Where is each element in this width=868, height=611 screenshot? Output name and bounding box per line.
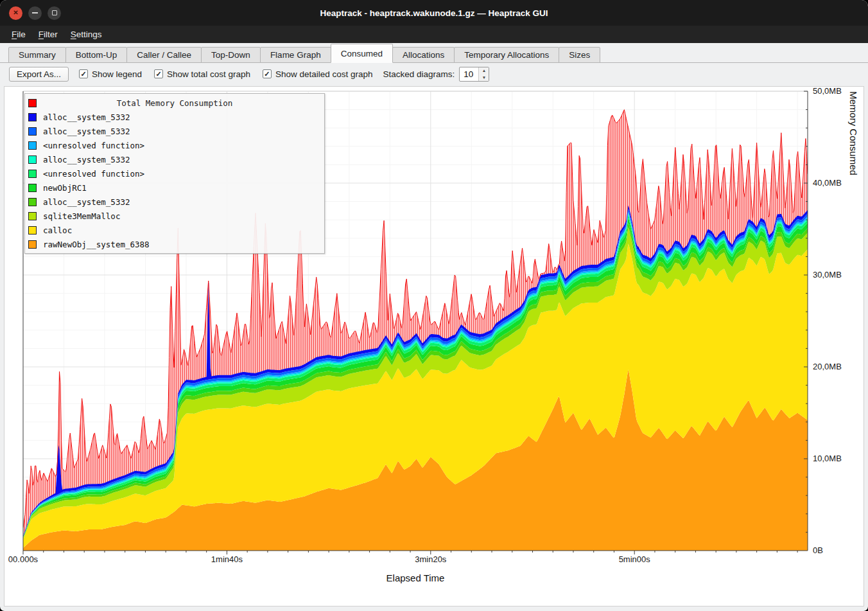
menu-bar: FileFilterSettings [0, 26, 868, 43]
checkbox-label: Show detailed cost graph [275, 69, 373, 79]
checkbox-label: Show legend [92, 69, 142, 79]
legend-entry-label: alloc__system_5332 [43, 197, 130, 207]
legend-entry-label: <unresolved function> [43, 169, 144, 179]
tab-allocations[interactable]: Allocations [392, 47, 455, 63]
close-button[interactable]: ✕ [9, 6, 22, 20]
legend-entry-label: calloc [43, 226, 72, 235]
menu-item-settings[interactable]: Settings [64, 26, 108, 43]
tab-flame-graph[interactable]: Flame Graph [260, 47, 331, 63]
maximize-icon [52, 10, 57, 15]
legend-entry: alloc__system_5332 [28, 152, 321, 166]
tab-consumed[interactable]: Consumed [331, 44, 393, 63]
legend-swatch [28, 127, 37, 136]
legend-swatch [28, 113, 37, 121]
legend-entry: alloc__system_5332 [28, 195, 321, 209]
maximize-button[interactable] [48, 6, 61, 20]
checkbox-show-legend[interactable]: ✓Show legend [79, 69, 142, 79]
y-tick-label: 50,0MB [813, 87, 842, 96]
legend-entry-label: sqlite3MemMalloc [43, 211, 120, 221]
legend-entry-label: alloc__system_5332 [43, 112, 130, 122]
legend-entry: alloc__system_5332 [28, 110, 321, 124]
checkbox-box[interactable]: ✓ [263, 69, 272, 78]
app-window: ✕ Heaptrack - heaptrack.wakunode.1.gz — … [0, 0, 868, 611]
legend-entry-label: alloc__system_5332 [43, 155, 130, 164]
close-icon: ✕ [13, 10, 18, 16]
minimize-button[interactable] [28, 6, 42, 20]
spin-down-button[interactable]: ▼ [479, 74, 489, 81]
legend-entry: <unresolved function> [28, 166, 321, 181]
x-tick-label: 5min00s [619, 554, 651, 564]
checkbox-group: ✓Show legend✓Show total cost graph✓Show … [79, 69, 373, 79]
legend-swatch [28, 141, 37, 150]
legend-entries: alloc__system_5332alloc__system_5332<unr… [28, 110, 321, 251]
export-as-button[interactable]: Export As... [9, 67, 69, 82]
menu-item-file[interactable]: File [5, 26, 32, 43]
checkbox-label: Show total cost graph [167, 69, 250, 79]
check-icon: ✓ [80, 71, 86, 78]
stacked-diagrams-value[interactable]: 10 [460, 67, 478, 81]
tab-temporary-allocations[interactable]: Temporary Allocations [454, 47, 559, 63]
x-axis-title: Elapsed Time [23, 572, 808, 583]
menu-item-filter[interactable]: Filter [32, 26, 64, 43]
window-title: Heaptrack - heaptrack.wakunode.1.gz — He… [320, 8, 548, 18]
legend-swatch [28, 155, 37, 164]
tab-summary[interactable]: Summary [8, 47, 66, 63]
checkbox-show-detailed-cost-graph[interactable]: ✓Show detailed cost graph [263, 69, 373, 79]
legend-swatch [28, 226, 37, 235]
checkbox-show-total-cost-graph[interactable]: ✓Show total cost graph [154, 69, 250, 79]
legend-entry-label: rawNewObj__system_6388 [43, 240, 150, 249]
chart-legend: Total Memory Consumption alloc__system_5… [24, 93, 325, 254]
chart-panel: 00.000s1min40s3min20s5min00s0B10,0MB20,0… [4, 86, 864, 607]
tab-top-down[interactable]: Top-Down [201, 47, 261, 63]
spinner-buttons: ▲ ▼ [478, 67, 489, 81]
check-icon: ✓ [264, 71, 270, 78]
x-tick-label: 3min20s [415, 554, 447, 564]
tab-bottom-up[interactable]: Bottom-Up [65, 47, 128, 63]
legend-swatch [28, 212, 37, 220]
x-tick-label: 1min40s [211, 554, 243, 564]
check-icon: ✓ [155, 71, 161, 78]
y-tick-label: 0B [813, 545, 823, 555]
toolbar: Export As... ✓Show legend✓Show total cos… [0, 63, 868, 85]
legend-title-row: Total Memory Consumption [28, 96, 321, 110]
y-tick-label: 10,0MB [813, 454, 842, 463]
tab-caller-callee[interactable]: Caller / Callee [126, 47, 202, 63]
legend-entry: alloc__system_5332 [28, 124, 321, 138]
legend-entry: calloc [28, 223, 321, 237]
spin-up-button[interactable]: ▲ [479, 67, 489, 75]
legend-swatch [28, 240, 37, 249]
legend-title: Total Memory Consumption [28, 98, 321, 108]
legend-entry: sqlite3MemMalloc [28, 209, 321, 223]
stacked-diagrams-label: Stacked diagrams: [383, 69, 455, 79]
window-controls: ✕ [9, 0, 61, 26]
checkbox-box[interactable]: ✓ [79, 69, 88, 78]
legend-entry-label: alloc__system_5332 [43, 127, 130, 136]
legend-entry: <unresolved function> [28, 138, 321, 152]
y-axis-title: Memory Consumed [848, 91, 859, 551]
tab-bar: SummaryBottom-UpCaller / CalleeTop-DownF… [0, 43, 868, 63]
legend-entry: newObjRC1 [28, 181, 321, 195]
legend-swatch [28, 184, 37, 192]
tab-sizes[interactable]: Sizes [559, 47, 600, 63]
y-tick-label: 40,0MB [813, 178, 842, 188]
stacked-diagrams-spinbox[interactable]: 10 ▲ ▼ [459, 67, 489, 82]
titlebar: ✕ Heaptrack - heaptrack.wakunode.1.gz — … [0, 0, 868, 26]
stacked-diagrams-control: Stacked diagrams: 10 ▲ ▼ [383, 67, 490, 82]
x-tick-label: 00.000s [8, 554, 39, 564]
y-tick-label: 30,0MB [813, 270, 842, 279]
legend-swatch [28, 170, 37, 178]
minimize-icon [32, 12, 38, 13]
checkbox-box[interactable]: ✓ [154, 69, 163, 78]
y-tick-label: 20,0MB [813, 362, 842, 371]
legend-entry-label: <unresolved function> [43, 141, 144, 150]
legend-entry-label: newObjRC1 [43, 183, 87, 193]
legend-swatch [28, 198, 37, 206]
legend-entry: rawNewObj__system_6388 [28, 237, 321, 251]
